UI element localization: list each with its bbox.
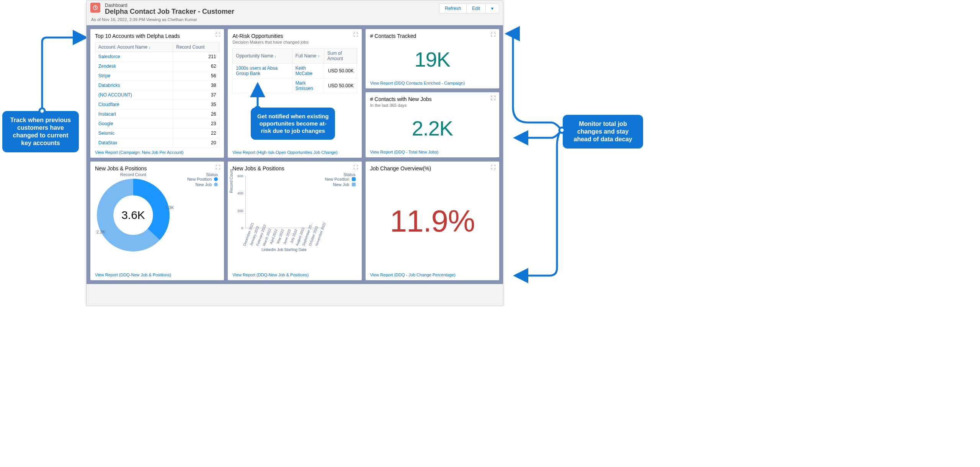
donut-slice-label: 2.2K bbox=[96, 230, 105, 234]
callout-left: Track when previous customers have chang… bbox=[2, 111, 79, 152]
table-row[interactable]: Salesforce211 bbox=[95, 52, 219, 62]
record-count: 62 bbox=[173, 62, 219, 71]
expand-icon[interactable]: ⛶ bbox=[491, 95, 495, 101]
account-link[interactable]: Stripe bbox=[98, 73, 110, 78]
table-row[interactable]: Google23 bbox=[95, 119, 219, 129]
metric-value: 11.9% bbox=[370, 172, 495, 270]
table-row[interactable]: Cloudflare35 bbox=[95, 100, 219, 109]
record-count: 37 bbox=[173, 90, 219, 100]
sort-up-icon: ↑ bbox=[318, 54, 320, 58]
callout-right: Monitor total job changes and stay ahead… bbox=[563, 115, 643, 149]
dashboard-app-icon bbox=[90, 3, 100, 13]
bar-chart: Record Count 0200400600 December 2021Jan… bbox=[232, 174, 357, 247]
expand-icon[interactable]: ⛶ bbox=[216, 165, 220, 170]
record-count: 38 bbox=[173, 81, 219, 90]
panel-title: New Jobs & Positions bbox=[232, 165, 357, 171]
record-count: 20 bbox=[173, 138, 219, 148]
account-link[interactable]: Zendesk bbox=[98, 64, 116, 69]
record-count: 56 bbox=[173, 71, 219, 81]
account-link[interactable]: (NO ACCOUNT) bbox=[98, 92, 132, 98]
panel-overview: ⛶ Job Change Overview(%) 11.9% View Repo… bbox=[366, 162, 499, 280]
col-fullname[interactable]: Full Name ↑ bbox=[292, 49, 324, 64]
dashboard-window: Dashboard Delpha Contact Job Tracker - C… bbox=[86, 0, 503, 306]
svg-text:3.6K: 3.6K bbox=[121, 209, 145, 221]
panel-contacts-tracked: ⛶ # Contacts Tracked 19K View Report (DD… bbox=[366, 29, 499, 88]
record-count: 26 bbox=[173, 109, 219, 119]
panel-top-accounts: ⛶ Top 10 Accounts with Delpha Leads Acco… bbox=[90, 29, 224, 158]
col-record-count[interactable]: Record Count bbox=[173, 42, 219, 52]
panel-title: # Contacts Tracked bbox=[370, 33, 495, 39]
table-row[interactable]: Zendesk62 bbox=[95, 62, 219, 71]
more-button[interactable]: ▾ bbox=[486, 3, 499, 13]
account-link[interactable]: Cloudflare bbox=[98, 102, 119, 107]
expand-icon[interactable]: ⛶ bbox=[353, 32, 358, 38]
panel-contacts-newjobs: ⛶ # Contacts with New Jobs In the last 3… bbox=[366, 92, 499, 157]
x-axis-label: LinkedIn Job Starting Date bbox=[245, 248, 322, 252]
view-report-link[interactable]: View Report (DDQ-New Job & Positions) bbox=[95, 270, 219, 277]
amount-cell: USD 50.00K bbox=[324, 78, 357, 93]
panel-title: # Contacts with New Jobs bbox=[370, 96, 495, 102]
expand-icon[interactable]: ⛶ bbox=[353, 165, 358, 170]
panel-title: Top 10 Accounts with Delpha Leads bbox=[95, 33, 219, 39]
sort-down-icon: ↓ bbox=[149, 46, 150, 49]
account-link[interactable]: Instacart bbox=[98, 111, 116, 117]
panel-title: Job Change Overview(%) bbox=[370, 165, 495, 171]
panel-subtitle: In the last 365 days bbox=[370, 103, 495, 108]
donut-measure-label: Record Count bbox=[95, 172, 172, 177]
opportunity-link[interactable]: 1000s users at Absa Group Bank bbox=[236, 65, 278, 76]
col-amount[interactable]: Sum of Amount bbox=[324, 49, 357, 64]
edit-button[interactable]: Edit bbox=[467, 3, 486, 13]
table-row[interactable]: DataStax20 bbox=[95, 138, 219, 148]
panel-title: New Jobs & Positions bbox=[95, 165, 219, 171]
col-opportunity[interactable]: Opportunity Name ↓ bbox=[233, 49, 292, 64]
record-count: 22 bbox=[173, 129, 219, 138]
expand-icon[interactable]: ⛶ bbox=[216, 32, 220, 38]
contact-link[interactable]: Mark Smissen bbox=[296, 80, 313, 91]
table-row[interactable]: Databricks38 bbox=[95, 81, 219, 90]
table-row[interactable]: (NO ACCOUNT)37 bbox=[95, 90, 219, 100]
view-report-link[interactable]: View Report (Campaign: New Job Per Accou… bbox=[95, 148, 219, 155]
view-report-link[interactable]: View Report (DDQ - Job Change Percentage… bbox=[370, 270, 495, 277]
view-report-link[interactable]: View Report (DDQ Contacts Enriched - Cam… bbox=[370, 78, 495, 85]
refresh-button[interactable]: Refresh bbox=[439, 3, 467, 13]
accounts-table: Account: Account Name ↓ Record Count Sal… bbox=[95, 42, 219, 148]
account-link[interactable]: DataStax bbox=[98, 140, 117, 145]
amount-cell: USD 50.00K bbox=[324, 64, 357, 78]
table-row[interactable]: Seismic22 bbox=[95, 129, 219, 138]
callout-mid: Get notified when existing opportunites … bbox=[251, 108, 335, 140]
view-report-link[interactable]: View Report (DDQ - Total New Jobs) bbox=[370, 147, 495, 154]
panel-at-risk: ⛶ At-Risk Opportunities Decision Makers … bbox=[228, 29, 361, 158]
panel-donut: ⛶ New Jobs & Positions Status New Positi… bbox=[90, 162, 224, 280]
panel-title: At-Risk Opportunities bbox=[232, 33, 357, 39]
view-report-link[interactable]: View Report (DDQ-New Job & Positions) bbox=[232, 270, 357, 277]
donut-chart: 3.6K bbox=[95, 177, 172, 253]
table-row[interactable]: Stripe56 bbox=[95, 71, 219, 81]
account-link[interactable]: Google bbox=[98, 121, 113, 126]
table-row[interactable]: 1000s users at Absa Group BankKeith McCa… bbox=[233, 64, 357, 78]
record-count: 211 bbox=[173, 52, 219, 62]
dashboard-header: Dashboard Delpha Contact Job Tracker - C… bbox=[87, 0, 503, 25]
record-count: 35 bbox=[173, 100, 219, 109]
expand-icon[interactable]: ⛶ bbox=[491, 165, 495, 170]
account-link[interactable]: Databricks bbox=[98, 83, 120, 88]
table-row[interactable]: Mark SmissenUSD 50.00K bbox=[233, 78, 357, 93]
account-link[interactable]: Seismic bbox=[98, 131, 114, 136]
as-of-text: As of Nov 16, 2022, 2:39 PM·Viewing as C… bbox=[91, 17, 498, 22]
header-actions: Refresh Edit ▾ bbox=[439, 3, 499, 13]
metric-value: 19K bbox=[370, 40, 495, 78]
sort-down-icon: ↓ bbox=[274, 54, 276, 58]
panel-bars: ⛶ New Jobs & Positions Status New Positi… bbox=[228, 162, 361, 280]
expand-icon[interactable]: ⛶ bbox=[491, 32, 495, 38]
col-account-name[interactable]: Account: Account Name ↓ bbox=[95, 42, 173, 52]
account-link[interactable]: Salesforce bbox=[98, 54, 120, 59]
record-count: 23 bbox=[173, 119, 219, 129]
table-row[interactable]: Instacart26 bbox=[95, 109, 219, 119]
donut-slice-label: 1.3K bbox=[165, 205, 174, 210]
contact-link[interactable]: Keith McCabe bbox=[296, 65, 313, 76]
atrisk-table: Opportunity Name ↓ Full Name ↑ Sum of Am… bbox=[232, 48, 357, 93]
panel-subtitle: Decision Makers that have changed jobs bbox=[232, 40, 357, 44]
metric-value: 2.2K bbox=[370, 109, 495, 147]
view-report-link[interactable]: View Report (High risk-Open Opportunitie… bbox=[232, 148, 357, 155]
